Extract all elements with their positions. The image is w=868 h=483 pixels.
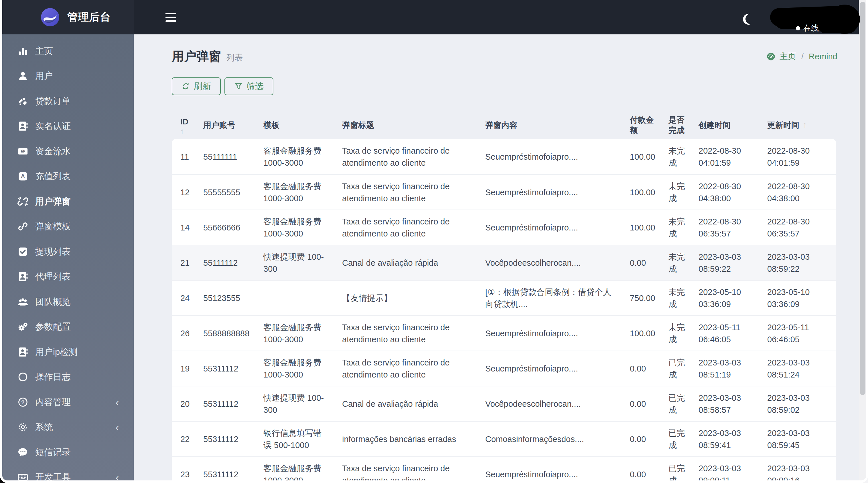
- sidebar-item-gear-15[interactable]: 系统‹: [2, 415, 134, 440]
- cell-status: 已完成: [660, 350, 690, 386]
- filter-button[interactable]: 筛选: [224, 77, 273, 95]
- cell-template: 客服金融服务费 1000-3000: [255, 456, 334, 480]
- sidebar-item-unlink-6[interactable]: 用户弹窗: [2, 189, 134, 214]
- breadcrumb-current-link[interactable]: Remind: [809, 52, 837, 61]
- cell-updated: 2023-03-0308:59:22: [758, 245, 836, 280]
- cell-template: 快速提现费 100-300: [255, 386, 334, 421]
- chart-bar-icon: [17, 45, 29, 57]
- cell-created: 2023-05-1003:36:09: [690, 280, 758, 315]
- cell-title: Canal de avaliação rápida: [334, 386, 477, 421]
- cell-updated: 2023-03-0308:59:45: [758, 421, 836, 456]
- sidebar-item-link-7[interactable]: 弹窗模板: [2, 214, 134, 239]
- cell-amount: 100.00: [621, 315, 660, 350]
- sort-asc-icon: ↑: [180, 128, 192, 134]
- table-row-20: 2055311112快速提现费 100-300Canal de avaliaçã…: [172, 386, 836, 421]
- breadcrumb: 主页 / Remind: [766, 51, 837, 62]
- table-row-26: 265588888888客服金融服务费 1000-3000Taxa de ser…: [172, 315, 836, 350]
- cell-amount: 100.00: [621, 139, 660, 174]
- user-popup-table: ID↑用户账号模板弹窗标题弹窗内容付款金额是否完成创建时间更新时间↑ 11551…: [172, 111, 837, 480]
- sidebar-item-circle-13[interactable]: 操作日志: [2, 365, 134, 390]
- hands-icon: [17, 95, 29, 108]
- cell-title: Taxa de serviço financeiro de atendiment…: [334, 174, 477, 209]
- cell-title: Taxa de serviço financeiro de atendiment…: [334, 315, 477, 350]
- cell-amount: 0.00: [621, 386, 660, 421]
- cell-title: Taxa de serviço financeiro de atendiment…: [334, 456, 477, 480]
- sidebar-item-user-1[interactable]: 用户: [2, 64, 134, 89]
- menu-toggle-button[interactable]: [165, 11, 177, 24]
- page-title: 用户弹窗: [172, 48, 221, 65]
- recharge-a-icon: A: [17, 170, 29, 182]
- sidebar-item-keyboard-17[interactable]: 开发工具‹: [2, 465, 134, 481]
- cell-created: 2022-08-3004:01:59: [690, 139, 758, 174]
- cell-account: 55666666: [195, 209, 255, 245]
- breadcrumb-home-link[interactable]: 主页: [779, 51, 796, 62]
- cell-content: Seuempréstimofoiapro....: [477, 350, 621, 386]
- svg-text:?: ?: [21, 399, 25, 405]
- sidebar-item-label: 内容管理: [35, 396, 71, 408]
- cell-updated: 2022-08-3006:35:57: [758, 209, 836, 245]
- cell-account: 55311112: [195, 350, 255, 386]
- column-header-id[interactable]: ID↑: [172, 111, 195, 139]
- dark-mode-moon-icon[interactable]: [741, 12, 754, 25]
- sidebar-item-address-book-3[interactable]: 实名认证: [2, 114, 134, 139]
- cell-id: 19: [172, 350, 195, 386]
- column-header-amount: 付款金额: [621, 111, 660, 139]
- refresh-icon: [182, 82, 190, 91]
- topbar: 管理后台 在线: [2, 0, 859, 34]
- cell-title: Canal de avaliação rápida: [334, 245, 477, 280]
- table-row-19: 1955311112客服金融服务费 1000-3000Taxa de servi…: [172, 350, 836, 386]
- cell-account: 55111111: [195, 139, 255, 174]
- online-dot-icon: [796, 26, 800, 30]
- main-content: 用户弹窗 列表 主页 / Remind: [134, 34, 859, 480]
- cell-updated: 2022-08-3004:01:59: [758, 139, 836, 174]
- cell-account: 55555555: [195, 174, 255, 209]
- cell-created: 2023-05-1106:46:05: [690, 315, 758, 350]
- cell-amount: 100.00: [621, 209, 660, 245]
- column-header-created: 创建时间: [690, 111, 758, 139]
- sidebar-item-comment-16[interactable]: 短信记录: [2, 440, 134, 465]
- users-icon: [17, 295, 29, 308]
- sidebar-item-check-square-8[interactable]: 提现列表: [2, 239, 134, 264]
- sidebar-item-chart-bar-0[interactable]: 主页: [2, 38, 134, 64]
- sidebar-item-label: 开发工具: [35, 471, 71, 480]
- cell-content: Seuempréstimofoiapro....: [477, 315, 621, 350]
- sidebar-item-hands-2[interactable]: 贷款订单: [2, 89, 134, 114]
- screen: 管理后台 在线 主页用户贷款订单实名认证1资金流水A充值列表用户弹窗弹窗模板提现…: [0, 0, 868, 483]
- column-header-updated[interactable]: 更新时间↑: [758, 111, 836, 139]
- sidebar-item-label: 短信记录: [35, 446, 71, 458]
- cell-created: 2022-08-3004:38:00: [690, 174, 758, 209]
- refresh-button[interactable]: 刷新: [172, 77, 221, 95]
- svg-text:1: 1: [22, 149, 24, 153]
- chevron-left-icon: ‹: [116, 473, 119, 480]
- sidebar-item-users-10[interactable]: 团队概览: [2, 289, 134, 314]
- cell-amount: 0.00: [621, 350, 660, 386]
- cell-status: 已完成: [660, 386, 690, 421]
- sidebar-item-question-circle-14[interactable]: ?内容管理‹: [2, 390, 134, 415]
- sidebar-item-address-book-9[interactable]: 代理列表: [2, 264, 134, 289]
- cell-title: Taxa de serviço financeiro de atendiment…: [334, 350, 477, 386]
- cell-id: 26: [172, 315, 195, 350]
- page-subtitle: 列表: [226, 52, 243, 64]
- sidebar-item-label: 用户: [35, 70, 53, 82]
- scrollbar-thumb[interactable]: [860, 2, 865, 395]
- column-header-content: 弹窗内容: [477, 111, 621, 139]
- sidebar-item-label: 主页: [35, 45, 53, 57]
- cell-created: 2023-03-0308:59:41: [690, 421, 758, 456]
- sidebar-item-recharge-a-5[interactable]: A充值列表: [2, 164, 134, 189]
- cell-template: 快速提现费 100-300: [255, 245, 334, 280]
- sidebar-item-label: 用户弹窗: [35, 196, 71, 207]
- cell-id: 22: [172, 421, 195, 456]
- sidebar-item-address-book-12[interactable]: 用户ip检测: [2, 339, 134, 365]
- sidebar-item-cogs-11[interactable]: 参数配置: [2, 314, 134, 340]
- check-square-icon: [17, 245, 29, 258]
- cell-id: 23: [172, 456, 195, 480]
- sidebar-item-money-bill-4[interactable]: 1资金流水: [2, 139, 134, 164]
- cogs-icon: [17, 320, 29, 333]
- cell-status: 未完成: [660, 139, 690, 174]
- cell-amount: 100.00: [621, 174, 660, 209]
- sidebar-item-label: 代理列表: [35, 271, 71, 283]
- cell-updated: 2023-03-0308:59:02: [758, 386, 836, 421]
- cell-updated: 2023-05-1106:46:05: [758, 315, 836, 350]
- cell-id: 14: [172, 209, 195, 245]
- column-header-account: 用户账号: [195, 111, 255, 139]
